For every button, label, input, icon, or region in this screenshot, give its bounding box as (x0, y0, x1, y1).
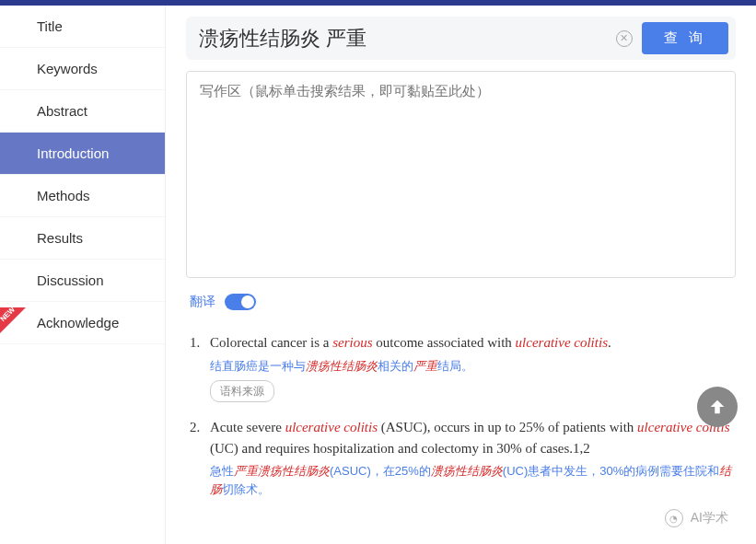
translate-toggle[interactable] (225, 294, 256, 310)
result-body: Colorectal cancer is a serious outcome a… (210, 332, 732, 402)
result-en: Acute severe ulcerative colitis (ASUC), … (210, 417, 732, 458)
sidebar-item-abstract[interactable]: Abstract (0, 90, 165, 133)
toggle-knob (241, 295, 254, 308)
search-input[interactable] (199, 27, 607, 51)
translate-row: 翻译 (186, 281, 736, 323)
scroll-top-button[interactable] (697, 387, 738, 427)
sidebar-item-title[interactable]: Title (0, 6, 165, 48)
write-area[interactable] (186, 71, 736, 278)
translate-label: 翻译 (190, 294, 215, 310)
result-en: Colorectal cancer is a serious outcome a… (210, 332, 732, 353)
watermark: ◔ AI学术 (665, 509, 728, 527)
new-badge-icon (0, 307, 26, 333)
container: Title Keywords Abstract Introduction Met… (0, 6, 756, 544)
sidebar-item-keywords[interactable]: Keywords (0, 48, 165, 90)
result-body: Acute severe ulcerative colitis (ASUC), … (210, 417, 732, 503)
source-button[interactable]: 语料来源 (210, 380, 274, 402)
sidebar-item-introduction[interactable]: Introduction (0, 133, 165, 175)
sidebar: Title Keywords Abstract Introduction Met… (0, 6, 166, 544)
result-zh: 结直肠癌是一种与溃疡性结肠炎相关的严重结局。 (210, 357, 732, 376)
clear-icon[interactable]: ✕ (616, 30, 633, 47)
result-zh: 急性严重溃疡性结肠炎(ASUC)，在25%的溃疡性结肠炎(UC)患者中发生，30… (210, 462, 732, 498)
result-item[interactable]: 2. Acute severe ulcerative colitis (ASUC… (190, 417, 732, 503)
result-item[interactable]: 1. Colorectal cancer is a serious outcom… (190, 332, 732, 402)
main: ✕ 查 询 翻译 1. Colorectal cancer is a serio… (166, 6, 756, 544)
wechat-icon: ◔ (665, 509, 683, 527)
result-number: 2. (190, 417, 210, 503)
result-number: 1. (190, 332, 210, 402)
sidebar-item-results[interactable]: Results (0, 217, 165, 260)
search-bar: ✕ 查 询 (186, 17, 736, 60)
watermark-text: AI学术 (691, 510, 728, 527)
arrow-up-icon (707, 397, 727, 417)
sidebar-item-discussion[interactable]: Discussion (0, 260, 165, 302)
results-list: 1. Colorectal cancer is a serious outcom… (186, 323, 736, 503)
sidebar-item-methods[interactable]: Methods (0, 175, 165, 217)
search-button[interactable]: 查 询 (642, 22, 728, 54)
